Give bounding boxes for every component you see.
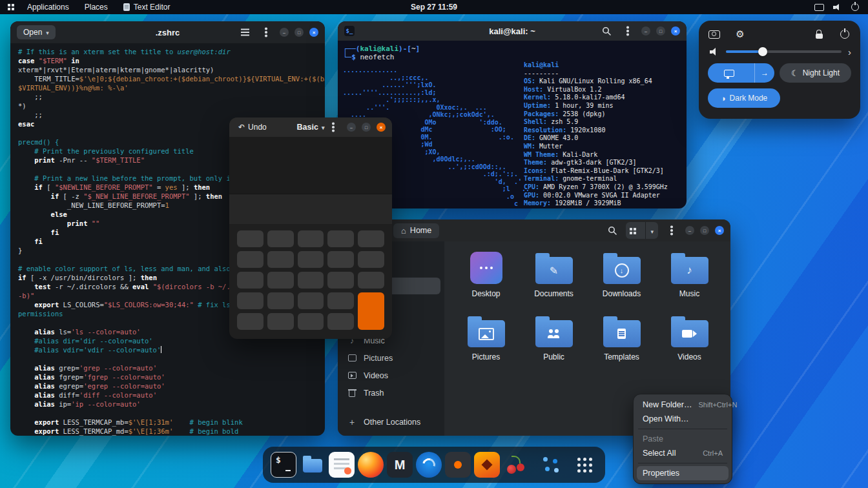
dock-zap-icon[interactable]: [416, 452, 442, 478]
calc-key[interactable]: [298, 272, 324, 289]
dock-burpsuite-icon[interactable]: [445, 452, 471, 478]
calculator-headerbar[interactable]: Undo Basic – □ ×: [229, 117, 392, 137]
applications-menu[interactable]: Applications: [25, 1, 72, 13]
calc-key[interactable]: [267, 272, 294, 289]
folder-item[interactable]: Music: [657, 250, 722, 314]
open-button[interactable]: Open: [17, 25, 56, 39]
dark-mode-toggle[interactable]: Dark Mode: [708, 88, 780, 108]
calc-key[interactable]: [298, 251, 324, 268]
calc-key[interactable]: [267, 313, 294, 330]
display-status-icon[interactable]: [814, 4, 824, 11]
arrow-right-icon[interactable]: →: [754, 63, 774, 83]
panel-toggle-button[interactable]: [237, 25, 253, 40]
sidebar-item[interactable]: Pictures: [338, 349, 444, 367]
calc-key[interactable]: [298, 292, 324, 309]
calc-key[interactable]: [237, 272, 264, 289]
places-menu[interactable]: Places: [82, 1, 110, 13]
folder-item[interactable]: Templates: [590, 314, 654, 377]
dock-text-editor-icon[interactable]: [329, 452, 355, 478]
files-menu-button[interactable]: [664, 223, 679, 238]
terminal-close-button[interactable]: ×: [671, 26, 680, 36]
dock-ettercap-icon[interactable]: [474, 452, 500, 478]
context-menu-item[interactable]: Select AllCtrl+A: [637, 446, 728, 460]
volume-status-icon[interactable]: [833, 4, 842, 10]
calc-key[interactable]: [358, 292, 384, 330]
volume-slider[interactable]: [726, 50, 842, 53]
sidebar-item-other-locations[interactable]: Other Locations: [338, 413, 444, 431]
files-search-button[interactable]: [604, 223, 620, 238]
calc-key[interactable]: [237, 313, 264, 330]
editor-maximize-button[interactable]: □: [294, 28, 304, 37]
calc-key[interactable]: [358, 230, 384, 247]
terminal-search-button[interactable]: [599, 23, 614, 39]
calc-key[interactable]: [327, 272, 354, 289]
calc-key[interactable]: [327, 313, 354, 330]
calc-key[interactable]: [237, 230, 264, 247]
calc-key[interactable]: [327, 230, 354, 247]
files-maximize-button[interactable]: □: [700, 226, 709, 235]
files-close-button[interactable]: ×: [715, 226, 724, 235]
editor-close-button[interactable]: ×: [309, 28, 318, 37]
folder-item[interactable]: Public: [522, 314, 586, 377]
settings-button[interactable]: [734, 28, 747, 40]
dock-terminal-icon[interactable]: [271, 452, 296, 478]
calc-key[interactable]: [237, 251, 264, 268]
display-settings-toggle[interactable]: →: [708, 63, 774, 83]
dock-metasploit-icon[interactable]: [387, 452, 413, 478]
calc-key[interactable]: [298, 230, 324, 247]
terminal-menu-button[interactable]: [620, 23, 636, 39]
dock-files-icon[interactable]: [300, 452, 326, 478]
editor-menu-button[interactable]: [258, 25, 274, 40]
editor-minimize-button[interactable]: –: [280, 28, 289, 37]
night-light-toggle[interactable]: Night Light: [780, 63, 851, 83]
calc-key[interactable]: [267, 230, 294, 247]
power-button[interactable]: [838, 28, 851, 40]
sidebar-item[interactable]: Videos: [338, 367, 444, 384]
calculator-maximize-button[interactable]: □: [362, 123, 371, 132]
folder-item[interactable]: Documents: [522, 250, 586, 314]
text-editor-headerbar[interactable]: Open .zshrc – □ ×: [10, 21, 325, 43]
calc-key[interactable]: [327, 292, 354, 309]
calc-key[interactable]: [237, 292, 264, 309]
terminal-headerbar[interactable]: $_ kali@kali: ~ – □ ×: [338, 21, 687, 41]
workspaces-icon[interactable]: [8, 4, 14, 10]
folder-item[interactable]: Videos: [657, 314, 722, 377]
power-status-icon[interactable]: [851, 3, 859, 11]
calculator-menu-button[interactable]: [326, 119, 341, 135]
calc-key[interactable]: [267, 251, 294, 268]
dock-firefox-icon[interactable]: [358, 452, 384, 478]
calc-key[interactable]: [358, 251, 384, 268]
folder-item[interactable]: Pictures: [454, 314, 519, 377]
terminal-minimize-button[interactable]: –: [641, 26, 650, 36]
context-menu-item[interactable]: New Folder…Shift+Ctrl+N: [637, 398, 728, 412]
folder-item[interactable]: Downloads: [590, 250, 654, 314]
view-toggle-button[interactable]: [626, 222, 658, 239]
dock-maltego-icon[interactable]: [537, 452, 563, 478]
volume-expand-icon[interactable]: ›: [848, 47, 851, 57]
folder-item[interactable]: Desktop: [454, 250, 519, 314]
calc-key[interactable]: [358, 272, 384, 289]
calculator-entry-display[interactable]: [229, 194, 392, 224]
dock-cherrytree-icon[interactable]: [503, 452, 529, 478]
hamburger-icon: [241, 32, 249, 33]
lock-button[interactable]: [812, 28, 825, 40]
calc-key[interactable]: [327, 251, 354, 268]
screenshot-button[interactable]: [708, 28, 721, 40]
context-menu-item[interactable]: Open With…: [637, 412, 728, 426]
mode-selector[interactable]: Basic: [297, 123, 325, 132]
clock[interactable]: Sep 27 11:59: [411, 3, 457, 12]
terminal-maximize-button[interactable]: □: [656, 26, 665, 36]
context-menu-item[interactable]: Properties: [637, 466, 728, 480]
dock-show-applications-icon[interactable]: [572, 452, 597, 478]
current-app-menu[interactable]: Text Editor: [121, 1, 173, 13]
undo-button[interactable]: Undo: [236, 121, 269, 133]
sidebar-item[interactable]: Trash: [338, 384, 444, 402]
location-breadcrumb[interactable]: Home: [393, 223, 439, 238]
calc-key[interactable]: [298, 313, 324, 330]
calculator-close-button[interactable]: ×: [377, 123, 386, 132]
calc-key[interactable]: [267, 292, 294, 309]
calculator-minimize-button[interactable]: –: [347, 123, 356, 132]
volume-knob[interactable]: [758, 47, 767, 56]
files-minimize-button[interactable]: –: [685, 226, 694, 235]
files-headerbar[interactable]: ‹ › Home – □ ×: [338, 219, 730, 241]
